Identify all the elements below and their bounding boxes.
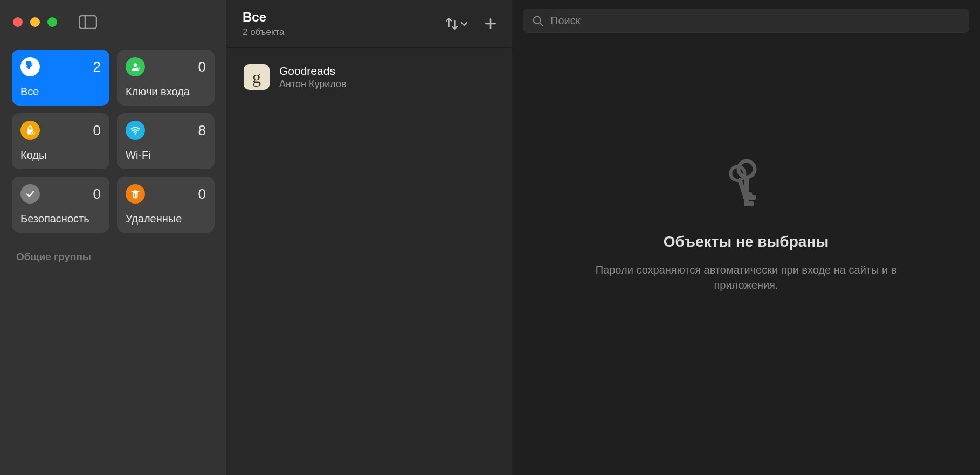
sort-icon <box>445 17 459 31</box>
plus-icon <box>484 17 498 31</box>
person-icon <box>126 57 145 76</box>
list-body: gGoodreadsАнтон Курилов <box>226 48 512 106</box>
category-label: Безопасность <box>20 213 101 225</box>
svg-rect-0 <box>79 16 96 29</box>
toggle-sidebar-button[interactable] <box>79 15 97 29</box>
app-window: 2Все0Ключи входа0Коды8Wi-Fi0Безопасность… <box>0 0 980 475</box>
list-actions <box>445 17 498 31</box>
category-passkeys[interactable]: 0Ключи входа <box>117 50 215 106</box>
svg-line-8 <box>540 22 542 25</box>
site-icon: g <box>244 64 270 90</box>
minimize-window-button[interactable] <box>30 17 40 27</box>
category-security[interactable]: 0Безопасность <box>12 177 109 233</box>
category-count: 8 <box>198 122 206 139</box>
add-button[interactable] <box>484 17 498 31</box>
category-label: Коды <box>20 149 101 162</box>
list-subtitle: 2 объекта <box>243 27 285 38</box>
sidebar-icon <box>79 15 97 29</box>
category-label: Wi-Fi <box>126 149 206 162</box>
list-title: Все <box>243 10 285 25</box>
titlebar <box>0 9 226 42</box>
key-icon <box>20 57 40 76</box>
category-label: Удаленные <box>126 213 206 225</box>
sidebar: 2Все0Ключи входа0Коды8Wi-Fi0Безопасность… <box>0 0 226 475</box>
wifi-icon <box>126 121 145 140</box>
category-count: 0 <box>93 122 101 139</box>
category-deleted[interactable]: 0Удаленные <box>117 177 215 233</box>
shared-groups-header: Общие группы <box>0 240 226 274</box>
list-header: Все 2 объекта <box>226 0 512 48</box>
category-wifi[interactable]: 8Wi-Fi <box>117 113 215 169</box>
window-controls <box>13 17 57 27</box>
trash-icon <box>126 184 145 204</box>
list-column: Все 2 объекта gGoodre <box>226 0 512 475</box>
check-icon <box>20 184 40 204</box>
svg-point-6 <box>135 133 136 135</box>
category-label: Все <box>20 86 101 98</box>
empty-description: Пароли сохраняются автоматически при вхо… <box>579 262 913 292</box>
search-field[interactable] <box>523 9 969 33</box>
keys-icon <box>727 159 765 221</box>
item-title: Goodreads <box>279 65 347 78</box>
list-item[interactable]: gGoodreadsАнтон Курилов <box>235 58 503 96</box>
lock-icon <box>20 121 40 140</box>
fullscreen-window-button[interactable] <box>47 17 57 27</box>
detail-column: Объекты не выбраны Пароли сохраняются ав… <box>512 0 980 475</box>
category-grid: 2Все0Ключи входа0Коды8Wi-Fi0Безопасность… <box>0 42 226 240</box>
category-all[interactable]: 2Все <box>12 50 109 106</box>
item-subtitle: Антон Курилов <box>279 79 347 90</box>
category-count: 2 <box>93 59 101 75</box>
chevron-down-icon <box>460 19 468 28</box>
category-count: 0 <box>198 59 206 75</box>
detail-header <box>512 0 980 41</box>
empty-state: Объекты не выбраны Пароли сохраняются ав… <box>512 41 980 475</box>
category-codes[interactable]: 0Коды <box>12 113 109 169</box>
search-icon <box>532 15 544 27</box>
category-count: 0 <box>93 186 101 202</box>
category-count: 0 <box>198 186 206 202</box>
svg-point-2 <box>134 63 137 67</box>
category-label: Ключи входа <box>126 86 206 98</box>
sort-button[interactable] <box>445 17 468 31</box>
close-window-button[interactable] <box>13 17 23 27</box>
empty-title: Объекты не выбраны <box>664 233 829 250</box>
search-input[interactable] <box>550 15 960 27</box>
